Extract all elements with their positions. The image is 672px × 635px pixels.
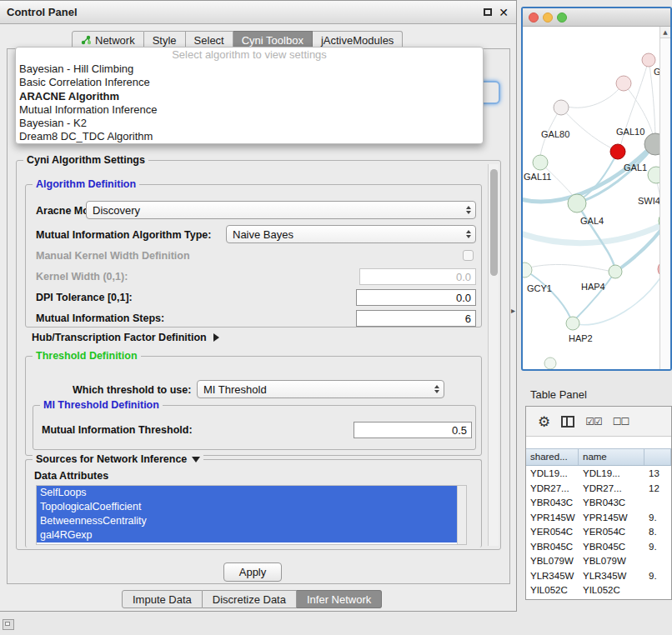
table-cell: 8. bbox=[644, 525, 671, 540]
network-node[interactable] bbox=[523, 262, 532, 278]
select-all-checks-icon[interactable]: ☑☑ bbox=[585, 416, 602, 428]
table-cell: YDL19... bbox=[579, 467, 644, 482]
table-cell: 9. bbox=[644, 511, 671, 526]
mi-algorithm-type-label: Mutual Information Algorithm Type: bbox=[36, 229, 211, 241]
splitter-collapse-icon[interactable]: ▸ bbox=[511, 306, 515, 315]
algorithm-option-mutual-information-inference[interactable]: Mutual Information Inference bbox=[16, 103, 483, 117]
table-row[interactable]: YLR345WYLR345W9. bbox=[526, 569, 671, 584]
gear-icon[interactable]: ⚙ bbox=[538, 413, 550, 430]
hub-factor-section-toggle[interactable]: Hub/Transcription Factor Definition bbox=[32, 332, 219, 343]
tab-label: Style bbox=[153, 34, 177, 47]
table-cell: YDR27... bbox=[526, 482, 579, 497]
data-attributes-list: SelfLoopsTopologicalCoefficientBetweenne… bbox=[36, 485, 467, 545]
deselect-all-checks-icon[interactable]: ☐☐ bbox=[613, 416, 629, 428]
table-cell: YBL079W bbox=[579, 554, 644, 569]
kernel-width-label: Kernel Width (0,1): bbox=[36, 271, 128, 282]
attributes-scrollbar[interactable] bbox=[457, 486, 466, 544]
settings-scrollbar-thumb[interactable] bbox=[490, 169, 498, 276]
table-row[interactable]: YPR145WYPR145W9. bbox=[526, 511, 671, 526]
table-panel-window: ⚙ ☑☑ ☐☐ shared...name YDL19...YDL19...13… bbox=[525, 406, 672, 600]
node-label-gcy1: GCY1 bbox=[527, 283, 552, 293]
panel-corner-icon[interactable] bbox=[3, 619, 14, 630]
sources-group-title-row[interactable]: Sources for Network Inference bbox=[33, 453, 203, 465]
columns-icon[interactable] bbox=[561, 416, 574, 428]
close-icon[interactable]: ✕ bbox=[499, 8, 509, 18]
network-node[interactable] bbox=[610, 144, 625, 159]
attribute-item-betweennesscentrality[interactable]: BetweennessCentrality bbox=[37, 514, 458, 528]
algorithm-option-aracne-algorithm[interactable]: ARACNE Algorithm bbox=[16, 90, 483, 103]
aracne-mode-value: Discovery bbox=[93, 204, 140, 217]
table-cell: YLR345W bbox=[579, 569, 644, 584]
cyni-algorithm-settings-group: Cyni Algorithm Settings Algorithm Defini… bbox=[16, 160, 501, 550]
network-node[interactable] bbox=[568, 194, 586, 212]
bottom-tab-impute-data[interactable]: Impute Data bbox=[122, 590, 203, 608]
zoom-traffic-light[interactable] bbox=[557, 12, 567, 22]
table-row[interactable]: YBR045CYBR045C9. bbox=[526, 540, 671, 555]
data-attributes-label: Data Attributes bbox=[34, 470, 108, 482]
network-node[interactable] bbox=[642, 53, 655, 67]
table-cell bbox=[644, 583, 671, 598]
minimize-traffic-light[interactable] bbox=[543, 12, 553, 22]
column-header-2[interactable] bbox=[644, 449, 671, 465]
settings-scrollbar[interactable] bbox=[488, 164, 499, 546]
column-header-shared-[interactable]: shared... bbox=[526, 449, 579, 465]
algorithm-option-bayesian-k2[interactable]: Bayesian - K2 bbox=[16, 117, 483, 130]
node-label-gal10: GAL10 bbox=[616, 127, 644, 137]
scroll-up-icon[interactable]: ▲ bbox=[660, 27, 670, 38]
mi-algorithm-type-value: Naive Bayes bbox=[233, 228, 293, 241]
aracne-mode-select[interactable]: Discovery bbox=[86, 201, 476, 219]
apply-button[interactable]: Apply bbox=[223, 562, 282, 582]
node-label-swi4: SWI4 bbox=[638, 196, 660, 206]
attribute-item-topologicalcoefficient[interactable]: TopologicalCoefficient bbox=[37, 500, 458, 514]
node-label-gal11: GAL11 bbox=[524, 172, 551, 182]
table-cell: YBL079W bbox=[526, 554, 579, 569]
which-threshold-label: Which threshold to use: bbox=[73, 384, 191, 396]
bottom-tab-infer-network[interactable]: Infer Network bbox=[297, 590, 382, 608]
table-cell: YPR145W bbox=[526, 511, 579, 526]
network-node[interactable] bbox=[533, 155, 548, 170]
manual-kernel-checkbox[interactable] bbox=[463, 250, 474, 261]
table-toolbar: ⚙ ☑☑ ☐☐ bbox=[526, 407, 671, 437]
network-node[interactable] bbox=[566, 317, 579, 330]
attribute-item-selfloops[interactable]: SelfLoops bbox=[37, 486, 458, 500]
table-row[interactable]: YIL052CYIL052C bbox=[526, 583, 671, 598]
table-cell: YBR045C bbox=[526, 540, 579, 555]
table-cell: YER054C bbox=[579, 525, 644, 540]
node-label-gal80: GAL80 bbox=[541, 129, 569, 139]
table-row[interactable]: YER054CYER054C8. bbox=[526, 525, 671, 540]
combo-arrows-icon bbox=[434, 385, 439, 393]
network-node[interactable] bbox=[609, 265, 622, 278]
combo-arrows-icon bbox=[466, 206, 471, 214]
dpi-tolerance-input[interactable]: 0.0 bbox=[356, 289, 476, 306]
network-node[interactable] bbox=[554, 100, 569, 115]
column-header-name[interactable]: name bbox=[579, 449, 644, 465]
bottom-tab-discretize-data[interactable]: Discretize Data bbox=[203, 590, 297, 608]
which-threshold-select[interactable]: MI Threshold bbox=[197, 380, 444, 398]
table-row[interactable]: YBR043CYBR043C bbox=[526, 496, 671, 511]
mi-threshold-input[interactable]: 0.5 bbox=[354, 422, 472, 438]
table-row[interactable]: YDL19...YDL19...13 bbox=[526, 467, 671, 482]
table-cell: YBR043C bbox=[526, 496, 579, 511]
network-node[interactable] bbox=[544, 358, 556, 369]
table-panel-title: Table Panel bbox=[530, 388, 587, 401]
network-node-labels: GALGAL80GAL10GAL1GAL11SWI4GAL4GCY1HAP4YH… bbox=[524, 67, 670, 343]
attribute-item-gal4rgexp[interactable]: gal4RGexp bbox=[37, 528, 458, 542]
algorithm-option-dream8-dc-tdc-algorithm[interactable]: Dream8 DC_TDC Algorithm bbox=[16, 130, 483, 143]
table-row[interactable]: YBL079WYBL079W bbox=[526, 554, 671, 569]
close-traffic-light[interactable] bbox=[529, 12, 539, 22]
mi-steps-input[interactable]: 6 bbox=[356, 310, 476, 327]
algorithm-option-basic-correlation-inference[interactable]: Basic Correlation Inference bbox=[16, 76, 483, 89]
algorithm-option-bayesian-hill-climbing[interactable]: Bayesian - Hill Climbing bbox=[16, 62, 483, 76]
float-window-icon[interactable] bbox=[484, 8, 492, 16]
threshold-definition-title: Threshold Definition bbox=[33, 350, 141, 362]
kernel-width-input[interactable]: 0.0 bbox=[359, 268, 476, 285]
network-graph[interactable]: GALGAL80GAL10GAL1GAL11SWI4GAL4GCY1HAP4YH… bbox=[523, 27, 670, 369]
mi-threshold-value: 0.5 bbox=[452, 424, 467, 437]
network-node[interactable] bbox=[616, 76, 631, 91]
mi-algorithm-type-select[interactable]: Naive Bayes bbox=[226, 225, 476, 243]
which-threshold-value: MI Threshold bbox=[203, 383, 267, 396]
table-row[interactable]: YDR27...YDR27...12 bbox=[526, 482, 671, 497]
table-header: shared...name bbox=[526, 448, 671, 466]
network-scrollbar[interactable]: ▲ bbox=[659, 27, 670, 369]
control-panel-title: Control Panel bbox=[0, 6, 78, 18]
